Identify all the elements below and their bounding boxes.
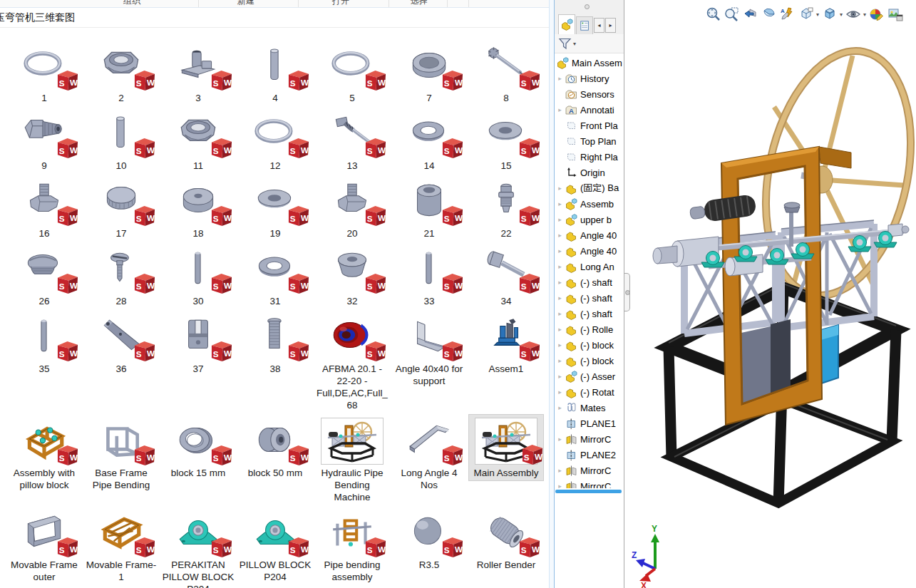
file-item-16[interactable]: SW16	[7, 175, 81, 241]
file-item-26[interactable]: SW26	[7, 243, 81, 309]
panel-splitter-handle[interactable]	[624, 273, 630, 311]
tree-item-origin[interactable]: Origin	[555, 165, 624, 180]
file-item-9[interactable]: SW9	[7, 108, 81, 173]
tree-item-annotati[interactable]: ▸AAnnotati	[555, 102, 624, 118]
tree-item--block[interactable]: ▸(-) block	[555, 337, 624, 353]
file-item-14[interactable]: SW14	[392, 108, 466, 173]
file-item-11[interactable]: SW11	[161, 108, 235, 173]
file-item-angle-40x40-for-support[interactable]: SWAngle 40x40 for support	[392, 311, 466, 388]
propertymanager-tab[interactable]	[576, 16, 593, 34]
file-item-10[interactable]: SW10	[84, 108, 158, 173]
file-item-21[interactable]: SW21	[392, 175, 466, 241]
command-bar-item-2[interactable]: 新建	[225, 0, 267, 7]
file-item-5[interactable]: SW5	[315, 40, 389, 105]
file-item-3[interactable]: SW3	[161, 40, 235, 105]
tree-item-mirrorc[interactable]: ▸MirrorC	[555, 431, 624, 447]
tree-item--shaft[interactable]: ▸(-) shaft	[555, 306, 624, 321]
tree-item-assemb[interactable]: ▸Assemb	[555, 196, 624, 212]
file-item-8[interactable]: SW8	[469, 40, 543, 105]
file-item-32[interactable]: SW32	[315, 243, 389, 309]
tree-item-history[interactable]: ▸History	[555, 71, 624, 86]
expand-arrow-icon[interactable]: ▸	[555, 404, 565, 411]
file-item-22[interactable]: SW22	[469, 175, 543, 241]
file-item-28[interactable]: SW28	[84, 243, 158, 309]
file-item-roller-bender[interactable]: SWRoller Bender	[469, 507, 543, 572]
tree-item-mates[interactable]: ▸Mates	[555, 400, 624, 416]
tree-item-upper-b[interactable]: ▸upper b	[555, 212, 624, 227]
expand-arrow-icon[interactable]: ▸	[555, 279, 565, 286]
file-item-37[interactable]: SW37	[161, 311, 235, 376]
expand-arrow-icon[interactable]: ▸	[555, 341, 565, 349]
expand-arrow-icon[interactable]: ▸	[555, 467, 565, 474]
tree-item-long-an[interactable]: ▸Long An	[555, 259, 624, 274]
file-item-pillow-block-p204[interactable]: SWPILLOW BLOCK P204	[238, 507, 312, 584]
expand-arrow-icon[interactable]: ▸	[555, 216, 565, 223]
filter-dropdown-caret[interactable]: ▾	[573, 41, 576, 47]
expand-arrow-icon[interactable]: ▸	[555, 483, 565, 488]
file-item-18[interactable]: SW18	[161, 175, 235, 241]
tree-item--固定-ba[interactable]: ▸(固定) Ba	[555, 180, 624, 196]
file-item-35[interactable]: SW35	[7, 311, 81, 376]
filter-funnel-icon[interactable]	[558, 37, 572, 51]
expand-arrow-icon[interactable]: ▸	[555, 435, 565, 443]
file-item-r3-5[interactable]: SWR3.5	[392, 507, 466, 572]
tree-item--rolle[interactable]: ▸(-) Rolle	[555, 321, 624, 337]
expand-arrow-icon[interactable]: ▸	[555, 200, 565, 207]
file-item-30[interactable]: SW30	[161, 243, 235, 309]
expand-arrow-icon[interactable]: ▸	[555, 247, 565, 254]
file-item-pipe-bending-assembly[interactable]: SWPipe bending assembly	[315, 507, 389, 584]
file-item-38[interactable]: SW38	[238, 311, 312, 376]
file-item-perakitan-pillow-block-p204[interactable]: SWPERAKITAN PILLOW BLOCK P204	[161, 507, 235, 588]
file-item-34[interactable]: SW34	[469, 243, 543, 309]
tree-item-angle-40[interactable]: ▸Angle 40	[555, 243, 624, 259]
expand-arrow-icon[interactable]: ▸	[555, 232, 565, 239]
expand-arrow-icon[interactable]: ▸	[555, 310, 565, 317]
file-item-13[interactable]: SW13	[315, 108, 389, 173]
expand-arrow-icon[interactable]: ▸	[555, 75, 565, 82]
file-item-1[interactable]: SW1	[7, 40, 81, 105]
tree-horizontal-scrollbar[interactable]	[555, 490, 622, 493]
expand-arrow-icon[interactable]: ▸	[555, 263, 565, 270]
tree-item--rotat[interactable]: ▸(-) Rotat	[555, 384, 624, 400]
tab-scroll-left-button[interactable]: ◂	[594, 18, 604, 33]
expand-arrow-icon[interactable]: ▸	[555, 326, 565, 333]
file-item-20[interactable]: SW20	[315, 175, 389, 241]
tree-item-plane2[interactable]: PLANE2	[555, 447, 624, 463]
expand-arrow-icon[interactable]: ▸	[555, 357, 565, 364]
explorer-scrollbar[interactable]	[549, 0, 555, 588]
file-item-block-50-mm[interactable]: SWblock 50 mm	[238, 415, 312, 480]
tab-scroll-right-button[interactable]: ▸	[605, 18, 616, 33]
file-item-2[interactable]: SW2	[84, 40, 158, 105]
tree-item-front-pla[interactable]: Front Pla	[555, 118, 624, 133]
file-item-movable-frame-1[interactable]: SWMovable Frame-1	[84, 507, 158, 584]
file-item-block-15-mm[interactable]: SWblock 15 mm	[161, 415, 235, 480]
file-item-movable-frame-outer[interactable]: SWMovable Frame outer	[7, 507, 81, 584]
file-item-36[interactable]: SW36	[84, 311, 158, 376]
file-item-afbma-20-1-22-20-full-de-ac-full-68[interactable]: SWAFBMA 20.1 - 22-20 - Full,DE,AC,Full_6…	[315, 311, 389, 413]
featuremanager-tab[interactable]	[558, 14, 575, 34]
expand-arrow-icon[interactable]: ▸	[555, 373, 565, 380]
tree-item--asser[interactable]: ▸(-) Asser	[555, 368, 624, 384]
expand-arrow-icon[interactable]: ▸	[555, 185, 565, 192]
file-item-17[interactable]: SW17	[84, 175, 158, 241]
tree-item-mirrorc[interactable]: ▸MirrorC	[555, 478, 624, 488]
panel-collapse-knob[interactable]	[585, 4, 590, 9]
tree-item-sensors[interactable]: Sensors	[555, 86, 624, 102]
tree-item--block[interactable]: ▸(-) block	[555, 353, 624, 368]
tree-item-plane1[interactable]: PLANE1	[555, 416, 624, 431]
file-item-4[interactable]: SW4	[238, 40, 312, 105]
file-item-19[interactable]: SW19	[238, 175, 312, 241]
file-item-33[interactable]: SW33	[392, 243, 466, 309]
file-item-7[interactable]: SW7	[392, 40, 466, 105]
file-item-31[interactable]: SW31	[238, 243, 312, 309]
file-item-assem1[interactable]: SWAssem1	[469, 311, 543, 376]
tree-item-mirrorc[interactable]: ▸MirrorC	[555, 463, 624, 478]
expand-arrow-icon[interactable]: ▸	[555, 388, 565, 396]
file-item-hydraulic-pipe-bending-machine[interactable]: Hydraulic Pipe Bending Machine	[315, 415, 389, 505]
file-item-base-frame-pipe-bending[interactable]: SWBase Frame Pipe Bending	[84, 415, 158, 492]
tree-item--shaft[interactable]: ▸(-) shaft	[555, 290, 624, 306]
file-item-12[interactable]: SW12	[238, 108, 312, 173]
file-item-long-angle-4-nos[interactable]: SWLong Angle 4 Nos	[392, 415, 466, 492]
tree-item-angle-40[interactable]: ▸Angle 40	[555, 227, 624, 243]
command-bar-item-3[interactable]: 打开	[319, 0, 362, 7]
